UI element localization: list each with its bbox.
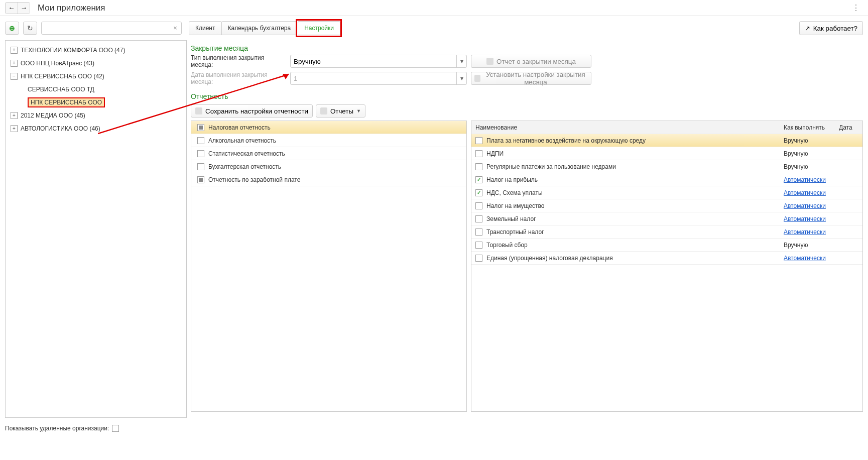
col-how-header[interactable]: Как выполнять bbox=[780, 124, 835, 131]
tree-label: 2012 МЕДИА ООО (45) bbox=[21, 112, 85, 119]
closing-settings-label: Установить настройки закрытия месяца bbox=[483, 71, 588, 86]
grid-row[interactable]: ✓НДС, Схема уплатыАвтоматически bbox=[471, 186, 862, 199]
plus-icon: ⊕ bbox=[9, 24, 15, 32]
category-row-selected[interactable]: Налоговая отчетность bbox=[191, 121, 466, 134]
grid-cell-name: Плата за негативное воздействие на окруж… bbox=[486, 137, 646, 144]
col-date-header[interactable]: Дата bbox=[835, 124, 862, 131]
closing-type-input[interactable] bbox=[291, 55, 456, 67]
checkbox[interactable] bbox=[475, 215, 482, 222]
checkbox[interactable] bbox=[475, 202, 482, 209]
search-input[interactable] bbox=[41, 22, 182, 35]
grid-cell-how[interactable]: Автоматически bbox=[784, 215, 826, 222]
grid-cell-how[interactable]: Автоматически bbox=[784, 255, 826, 262]
checkbox[interactable] bbox=[475, 137, 482, 144]
checkbox[interactable] bbox=[475, 163, 482, 170]
grid-cell-name: Налог на прибыль bbox=[486, 176, 538, 183]
floppy-icon bbox=[195, 107, 202, 114]
closing-date-combo: ▾ bbox=[290, 72, 467, 85]
checkbox[interactable] bbox=[475, 228, 482, 236]
tree-item[interactable]: − НПК СЕРВИССНАБ ООО (42) bbox=[6, 70, 186, 83]
forward-button[interactable]: → bbox=[18, 3, 30, 14]
show-deleted-checkbox[interactable] bbox=[112, 425, 119, 432]
tree-label: ТЕХНОЛОГИИ КОМФОРТА ООО (47) bbox=[21, 47, 125, 54]
clear-icon[interactable]: × bbox=[171, 23, 180, 32]
tab-settings[interactable]: Настройки bbox=[298, 21, 340, 35]
category-label: Налоговая отчетность bbox=[208, 124, 271, 131]
closing-date-label: Дата выполнения закрытия месяца: bbox=[191, 71, 286, 85]
tree-item[interactable]: + ТЕХНОЛОГИИ КОМФОРТА ООО (47) bbox=[6, 44, 186, 57]
refresh-button[interactable]: ↻ bbox=[23, 22, 37, 35]
grid-cell-how[interactable]: Автоматически bbox=[784, 228, 826, 236]
category-row[interactable]: Отчетность по заработной плате bbox=[191, 173, 466, 186]
grid-row[interactable]: Земельный налогАвтоматически bbox=[471, 212, 862, 225]
tree-item[interactable]: СЕРВИССНАБ ООО ТД bbox=[6, 83, 186, 96]
grid-header: Наименование Как выполнять Дата bbox=[471, 121, 862, 134]
chevron-down-icon[interactable]: ▾ bbox=[456, 55, 466, 67]
checkbox[interactable] bbox=[197, 150, 204, 157]
checkbox[interactable] bbox=[475, 150, 482, 157]
grid-cell-how[interactable]: Автоматически bbox=[784, 202, 826, 209]
save-reporting-button[interactable]: Сохранить настройки отчетности bbox=[191, 104, 313, 118]
grid-row[interactable]: ✓Налог на прибыльАвтоматически bbox=[471, 173, 862, 186]
grid-row[interactable]: Налог на имуществоАвтоматически bbox=[471, 199, 862, 212]
grid-cell-how: Вручную bbox=[784, 163, 808, 170]
grid-cell-how[interactable]: Автоматически bbox=[784, 176, 826, 183]
expand-icon[interactable]: + bbox=[11, 112, 18, 119]
external-link-icon: ↗ bbox=[805, 25, 810, 32]
category-label: Статистическая отчетность bbox=[208, 150, 285, 157]
save-reporting-label: Сохранить настройки отчетности bbox=[205, 107, 308, 115]
category-label: Алкогольная отчетность bbox=[208, 137, 276, 144]
tab-client[interactable]: Клиент bbox=[189, 21, 222, 35]
checkbox-indeterminate[interactable] bbox=[197, 124, 204, 131]
grid-cell-name: Земельный налог bbox=[486, 215, 536, 222]
tree-item[interactable]: + 2012 МЕДИА ООО (45) bbox=[6, 109, 186, 122]
add-button[interactable]: ⊕ bbox=[5, 22, 19, 35]
checkbox[interactable] bbox=[475, 242, 482, 249]
org-tree[interactable]: + ТЕХНОЛОГИИ КОМФОРТА ООО (47) + ООО НПЦ… bbox=[5, 40, 187, 418]
expand-icon[interactable]: + bbox=[11, 60, 18, 67]
grid-row[interactable]: Плата за негативное воздействие на окруж… bbox=[471, 134, 862, 147]
grid-cell-name: Торговый сбор bbox=[486, 242, 528, 249]
tab-accountant-calendar[interactable]: Календарь бухгалтера bbox=[221, 21, 298, 35]
chevron-down-icon: ▼ bbox=[356, 108, 361, 113]
kebab-menu-icon[interactable]: ⋮ bbox=[849, 3, 863, 13]
tree-label-highlighted: НПК СЕРВИССНАБ ООО bbox=[28, 97, 105, 107]
checkbox[interactable] bbox=[197, 137, 204, 144]
grid-row[interactable]: Транспортный налогАвтоматически bbox=[471, 225, 862, 239]
checkbox-indeterminate[interactable] bbox=[197, 176, 204, 183]
section-closing-title: Закрытие месяца bbox=[191, 44, 863, 52]
tree-label: ООО НПЦ НовАТранс (43) bbox=[21, 60, 94, 67]
closing-report-label: Отчет о закрытии месяца bbox=[497, 58, 576, 65]
how-it-works-label: Как работает? bbox=[813, 25, 857, 32]
col-name-header[interactable]: Наименование bbox=[471, 124, 780, 131]
arrow-left-icon: ← bbox=[8, 4, 15, 12]
closing-report-button[interactable]: Отчет о закрытии месяца bbox=[471, 55, 591, 68]
arrow-right-icon: → bbox=[21, 4, 27, 12]
checkbox[interactable] bbox=[197, 163, 204, 170]
collapse-icon[interactable]: − bbox=[11, 73, 18, 80]
grid-row[interactable]: Торговый сборВручную bbox=[471, 239, 862, 252]
grid-row[interactable]: Единая (упрощенная) налоговая декларация… bbox=[471, 252, 862, 265]
section-reporting-title: Отчетность bbox=[191, 92, 863, 100]
checkbox-checked[interactable]: ✓ bbox=[475, 176, 482, 183]
category-row[interactable]: Статистическая отчетность bbox=[191, 147, 466, 160]
checkbox[interactable] bbox=[475, 255, 482, 262]
how-it-works-button[interactable]: ↗ Как работает? bbox=[799, 21, 863, 35]
category-row[interactable]: Алкогольная отчетность bbox=[191, 134, 466, 147]
page-title: Мои приложения bbox=[38, 3, 105, 13]
tree-item-selected[interactable]: НПК СЕРВИССНАБ ООО bbox=[6, 96, 186, 109]
grid-row[interactable]: Регулярные платежи за пользование недрам… bbox=[471, 160, 862, 173]
category-row[interactable]: Бухгалтерская отчетность bbox=[191, 160, 466, 173]
expand-icon[interactable]: + bbox=[11, 47, 18, 54]
grid-row[interactable]: НДПИВручную bbox=[471, 147, 862, 160]
closing-type-combo[interactable]: ▾ bbox=[290, 55, 467, 68]
back-button[interactable]: ← bbox=[6, 3, 18, 14]
tree-item[interactable]: + АВТОЛОГИСТИКА ООО (46) bbox=[6, 122, 186, 135]
grid-cell-name: НДПИ bbox=[486, 150, 504, 157]
grid-cell-how[interactable]: Автоматически bbox=[784, 189, 826, 196]
closing-settings-button[interactable]: Установить настройки закрытия месяца bbox=[471, 72, 591, 85]
tree-item[interactable]: + ООО НПЦ НовАТранс (43) bbox=[6, 57, 186, 70]
expand-icon[interactable]: + bbox=[11, 125, 18, 132]
reports-dropdown[interactable]: Отчеты ▼ bbox=[316, 104, 365, 118]
checkbox-checked[interactable]: ✓ bbox=[475, 189, 482, 196]
